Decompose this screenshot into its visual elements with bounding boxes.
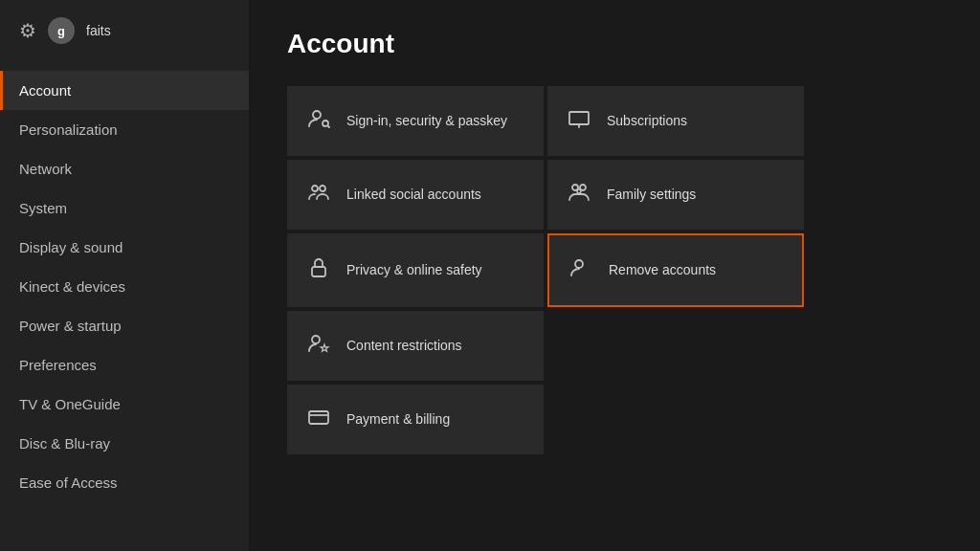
settings-item-privacy-safety[interactable]: Privacy & online safety: [287, 233, 544, 307]
person-key-icon: [306, 107, 331, 135]
sidebar-item-disc-bluray[interactable]: Disc & Blu-ray: [0, 424, 249, 463]
link-person-icon: [306, 181, 331, 209]
sidebar-item-account[interactable]: Account: [0, 71, 249, 110]
svg-rect-13: [309, 411, 328, 424]
page-title: Account: [287, 29, 942, 59]
sidebar-item-preferences[interactable]: Preferences: [0, 345, 249, 385]
svg-point-9: [577, 189, 581, 193]
privacy-safety-label: Privacy & online safety: [346, 261, 482, 278]
sidebar-item-kinect-devices[interactable]: Kinect & devices: [0, 267, 249, 306]
sidebar-nav: Account Personalization Network System D…: [0, 61, 249, 502]
settings-item-sign-in[interactable]: Sign-in, security & passkey: [287, 86, 544, 156]
family-icon: [567, 181, 591, 209]
sidebar-item-personalization[interactable]: Personalization: [0, 110, 249, 149]
person-remove-icon: [568, 256, 593, 284]
grid-empty-cell-2: [547, 385, 804, 454]
svg-point-5: [312, 186, 318, 191]
svg-point-0: [313, 111, 321, 119]
settings-item-remove-accounts[interactable]: Remove accounts: [547, 233, 804, 307]
sidebar-item-tv-oneguide[interactable]: TV & OneGuide: [0, 385, 249, 424]
settings-item-payment-billing[interactable]: Payment & billing: [287, 385, 544, 454]
sidebar-item-display-sound[interactable]: Display & sound: [0, 228, 249, 267]
payment-billing-label: Payment & billing: [346, 410, 450, 428]
svg-point-6: [320, 186, 325, 191]
sidebar-header: ⚙ g faits: [0, 0, 249, 61]
screen-icon: [567, 107, 591, 135]
settings-item-linked-social[interactable]: Linked social accounts: [287, 160, 544, 230]
avatar: g: [48, 17, 75, 44]
card-icon: [306, 406, 331, 433]
user-name-label: faits: [86, 23, 111, 38]
grid-empty-cell: [547, 311, 804, 381]
lock-icon: [306, 256, 331, 284]
sidebar-item-power-startup[interactable]: Power & startup: [0, 306, 249, 345]
svg-point-12: [312, 336, 320, 343]
settings-item-subscriptions[interactable]: Subscriptions: [547, 86, 804, 156]
svg-rect-10: [312, 267, 325, 276]
settings-grid: Sign-in, security & passkey Subscription…: [287, 86, 804, 454]
content-restrictions-label: Content restrictions: [346, 337, 462, 354]
gear-icon: ⚙: [19, 19, 36, 42]
linked-social-label: Linked social accounts: [346, 186, 481, 203]
settings-item-content-restrictions[interactable]: Content restrictions: [287, 311, 544, 381]
subscriptions-label: Subscriptions: [607, 112, 687, 129]
sidebar-item-network[interactable]: Network: [0, 149, 249, 188]
svg-point-11: [575, 260, 583, 268]
remove-accounts-label: Remove accounts: [609, 261, 716, 278]
sign-in-label: Sign-in, security & passkey: [346, 112, 507, 129]
settings-item-family-settings[interactable]: Family settings: [547, 160, 804, 230]
family-settings-label: Family settings: [607, 186, 696, 203]
sidebar: ⚙ g faits Account Personalization Networ…: [0, 0, 249, 551]
sidebar-item-system[interactable]: System: [0, 188, 249, 228]
main-content: Account Sign-in, security & passkey: [249, 0, 980, 551]
sidebar-item-ease-of-access[interactable]: Ease of Access: [0, 463, 249, 502]
svg-rect-2: [569, 112, 589, 124]
person-star-icon: [306, 332, 331, 360]
